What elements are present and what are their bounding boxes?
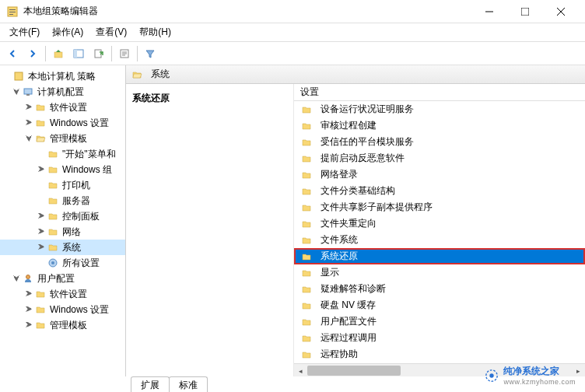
tab-extended[interactable]: 扩展	[131, 376, 170, 392]
expand-icon[interactable]: ⮞	[23, 102, 34, 113]
svg-rect-5	[521, 8, 529, 16]
expand-icon[interactable]: ⮞	[23, 320, 34, 331]
list-item[interactable]: 文件共享影子副本提供程序	[294, 199, 585, 215]
folder-icon	[300, 250, 313, 263]
content-title: 系统还原	[132, 92, 287, 105]
list-item[interactable]: 设备运行状况证明服务	[294, 101, 585, 117]
list-item[interactable]: 用户配置文件	[294, 313, 585, 330]
list-item[interactable]: 文件分类基础结构	[294, 183, 585, 199]
tree-label: 所有设置	[62, 257, 100, 270]
show-hide-tree-button[interactable]	[69, 44, 88, 63]
folder-icon	[300, 348, 313, 361]
list-item[interactable]: 文件夹重定向	[294, 215, 585, 232]
collapse-icon[interactable]: ⮟	[23, 133, 34, 144]
tree-label: 网络	[62, 226, 81, 239]
tree-software-settings[interactable]: ⮞ 软件设置	[0, 100, 125, 115]
svg-rect-10	[74, 50, 77, 58]
tree-label: 软件设置	[50, 101, 87, 114]
expand-icon[interactable]: ⮞	[36, 242, 47, 253]
list-item[interactable]: 硬盘 NV 缓存	[294, 297, 585, 313]
collapse-icon[interactable]: ⮟	[11, 86, 22, 97]
folder-icon	[47, 210, 59, 222]
tab-standard[interactable]: 标准	[169, 376, 208, 392]
list-item-label: 系统还原	[321, 250, 358, 263]
content-header-label: 系统	[151, 68, 170, 81]
svg-rect-1	[9, 9, 16, 10]
app-icon	[6, 5, 19, 18]
export-button[interactable]	[89, 44, 108, 63]
tree-windows-settings[interactable]: ⮞ Windows 设置	[0, 115, 125, 131]
svg-rect-17	[24, 89, 32, 94]
scroll-right-arrow[interactable]: ▸	[572, 364, 585, 376]
expand-icon[interactable]: ⮞	[23, 289, 34, 299]
list-item[interactable]: 远程过程调用	[294, 330, 585, 346]
list-item[interactable]: 提前启动反恶意软件	[294, 150, 585, 166]
tree-user-admin[interactable]: ⮞ 管理模板	[0, 317, 125, 333]
filter-button[interactable]	[141, 44, 159, 63]
tree-printer[interactable]: 打印机	[0, 177, 125, 193]
collapse-icon[interactable]: ⮟	[11, 273, 22, 284]
list-item-label: 远程协助	[321, 348, 358, 361]
folder-icon	[34, 101, 47, 114]
folder-open-icon	[131, 68, 143, 81]
tree-user-windows[interactable]: ⮞ Windows 设置	[0, 302, 125, 317]
tree-label: 系统	[62, 241, 81, 254]
tree-all-settings[interactable]: 所有设置	[0, 255, 125, 271]
list-item[interactable]: 受信任的平台模块服务	[294, 134, 585, 150]
forward-button[interactable]	[23, 44, 42, 63]
tree-label: 计算机配置	[37, 86, 84, 99]
horizontal-scrollbar[interactable]: ◂ ▸	[294, 363, 585, 376]
expand-icon[interactable]: ⮞	[36, 164, 47, 175]
minimize-button[interactable]	[471, 0, 507, 23]
tree-system[interactable]: ⮞ 系统	[0, 240, 125, 255]
menu-help[interactable]: 帮助(H)	[133, 23, 177, 41]
up-button[interactable]	[49, 44, 68, 63]
back-button[interactable]	[3, 44, 22, 63]
tree-panel[interactable]: 本地计算机 策略 ⮟ 计算机配置 ⮞ 软件设置 ⮞ Windows 设置 ⮟ 管…	[0, 65, 126, 376]
tree-root[interactable]: 本地计算机 策略	[0, 68, 125, 84]
tree-user-config[interactable]: ⮟ 用户配置	[0, 271, 125, 286]
column-header-settings[interactable]: 设置	[294, 84, 585, 101]
folder-icon	[300, 218, 313, 230]
tree-server[interactable]: 服务器	[0, 193, 125, 208]
maximize-button[interactable]	[507, 0, 543, 23]
tree-control-panel[interactable]: ⮞ 控制面板	[0, 208, 125, 224]
list-item-label: 审核过程创建	[321, 119, 377, 132]
list-item-label: 提前启动反恶意软件	[321, 152, 405, 165]
close-button[interactable]	[543, 0, 579, 23]
settings-list[interactable]: 设备运行状况证明服务审核过程创建受信任的平台模块服务提前启动反恶意软件网络登录文…	[294, 101, 585, 363]
folder-icon	[47, 226, 59, 238]
list-item-label: 受信任的平台模块服务	[321, 135, 414, 149]
policy-icon	[12, 70, 25, 82]
folder-icon	[300, 152, 313, 165]
properties-button[interactable]	[115, 44, 134, 63]
expand-icon[interactable]: ⮞	[36, 211, 47, 222]
list-item[interactable]: 网络登录	[294, 166, 585, 183]
content-panel: 系统 系统还原 设置 设备运行状况证明服务审核过程创建受信任的平台模块服务提前启…	[126, 65, 585, 376]
list-item[interactable]: 显示	[294, 264, 585, 281]
expand-icon[interactable]: ⮞	[23, 117, 34, 128]
tree-computer-config[interactable]: ⮟ 计算机配置	[0, 84, 125, 100]
tree-user-software[interactable]: ⮞ 软件设置	[0, 286, 125, 302]
svg-rect-2	[9, 12, 16, 12]
list-item[interactable]: 审核过程创建	[294, 117, 585, 134]
svg-rect-18	[26, 94, 30, 96]
menu-view[interactable]: 查看(V)	[89, 23, 133, 41]
list-item[interactable]: 远程协助	[294, 346, 585, 362]
menu-file[interactable]: 文件(F)	[3, 23, 46, 41]
list-item[interactable]: 疑难解答和诊断	[294, 281, 585, 297]
settings-icon	[47, 257, 59, 269]
tree-admin-templates[interactable]: ⮟ 管理模板	[0, 131, 125, 146]
folder-icon	[47, 241, 59, 254]
list-item[interactable]: 系统还原	[294, 248, 585, 264]
tree-label: 软件设置	[50, 288, 87, 301]
tree-windows-comp[interactable]: ⮞ Windows 组	[0, 162, 125, 177]
expand-icon[interactable]: ⮞	[36, 226, 47, 237]
expand-icon[interactable]: ⮞	[23, 304, 34, 315]
tree-start-menu[interactable]: "开始"菜单和	[0, 146, 125, 162]
menu-action[interactable]: 操作(A)	[46, 23, 89, 41]
scroll-left-arrow[interactable]: ◂	[294, 364, 307, 376]
list-item[interactable]: 文件系统	[294, 232, 585, 248]
tree-network[interactable]: ⮞ 网络	[0, 224, 125, 240]
scroll-thumb[interactable]	[307, 366, 401, 376]
